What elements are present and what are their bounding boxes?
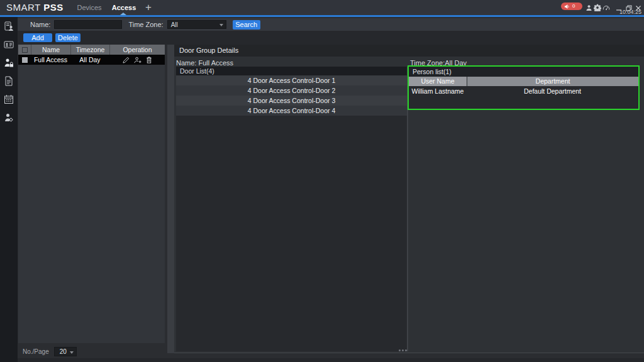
tab-devices[interactable]: Devices — [73, 0, 106, 15]
column-header-timezone: Timezone — [70, 45, 109, 55]
alarm-count: 0 — [572, 3, 575, 10]
door-group-details-panel: Door Group Details Name: Full Access Doo… — [174, 45, 644, 353]
delete-button[interactable]: Delete — [55, 33, 80, 42]
add-button[interactable]: Add — [23, 33, 52, 42]
name-input[interactable] — [54, 20, 122, 29]
list-item[interactable]: 4 Door Access Control-Door 4 — [176, 106, 407, 116]
person-department-cell: Default Department — [467, 86, 638, 97]
id-card-icon — [4, 40, 14, 50]
active-tab-caret — [120, 13, 126, 15]
page-size-label: No./Page — [23, 348, 49, 355]
list-item[interactable]: 4 Door Access Control-Door 3 — [176, 96, 407, 106]
filter-bar: Name: Time Zone: All Search — [18, 18, 644, 31]
alarm-badge[interactable]: 0 — [561, 3, 582, 10]
app-logo: SMART PSS — [6, 0, 64, 15]
sidebar-item-attendance[interactable] — [0, 94, 18, 105]
sidebar-item-user-manage[interactable] — [0, 112, 18, 123]
operation-cell — [109, 55, 165, 65]
group-timezone-cell: All Day — [70, 55, 109, 65]
footer-strip — [18, 358, 644, 362]
speaker-icon — [564, 4, 570, 9]
add-person-icon[interactable] — [134, 57, 142, 63]
person-lock-icon — [4, 58, 14, 68]
calendar-icon — [4, 94, 14, 104]
chevron-down-icon — [70, 351, 74, 354]
door-person-icon — [4, 21, 14, 31]
select-all-checkbox[interactable] — [22, 47, 28, 53]
gauge-icon[interactable] — [602, 4, 610, 11]
column-header-department: Department — [467, 77, 638, 86]
column-header-user-name: User Name — [409, 77, 467, 86]
details-group-name: Name: Full Access — [176, 59, 233, 67]
person-gear-icon — [4, 112, 14, 123]
person-list-title: Person list(1) — [409, 67, 638, 77]
sidebar-item-access[interactable] — [0, 57, 18, 69]
person-list-panel: Person list(1) User Name Department Will… — [408, 65, 640, 110]
group-name-cell: Full Access — [31, 55, 70, 65]
list-item[interactable]: 4 Door Access Control-Door 1 — [176, 75, 407, 85]
accent-line — [0, 15, 644, 17]
page-size-value: 20 — [60, 348, 67, 356]
trash-icon[interactable] — [146, 57, 152, 63]
logo-smart: SMART — [6, 2, 40, 13]
sidebar-item-personnel[interactable] — [0, 39, 18, 50]
chevron-down-icon — [219, 24, 223, 26]
door-list-title: Door List(4) — [176, 67, 407, 75]
timezone-label: Time Zone: — [128, 21, 163, 28]
splitter-handle-dots[interactable] — [399, 349, 401, 351]
pagination: No./Page 20 — [23, 347, 77, 356]
select-all-cell[interactable] — [18, 45, 31, 55]
title-bar: SMART PSS Devices Access + 0 10:04:25 — [0, 0, 644, 15]
user-icon[interactable] — [585, 4, 592, 11]
column-header-operation: Operation — [109, 45, 165, 55]
vertical-splitter[interactable] — [167, 45, 174, 353]
details-title: Door Group Details — [174, 45, 644, 57]
gear-icon[interactable] — [594, 4, 601, 11]
sidebar-item-log[interactable] — [0, 75, 18, 87]
door-list-panel: Door List(4) 4 Door Access Control-Door … — [176, 67, 407, 351]
toolbar: Add Delete — [18, 31, 644, 45]
list-item[interactable]: 4 Door Access Control-Door 2 — [176, 85, 407, 96]
page-size-select[interactable]: 20 — [54, 347, 77, 356]
table-row[interactable]: William Lastname Default Department — [409, 86, 638, 97]
group-table-header: Name Timezone Operation — [18, 45, 165, 55]
column-header-name: Name — [31, 45, 70, 55]
person-user-name-cell: William Lastname — [409, 86, 467, 97]
edit-icon[interactable] — [123, 57, 130, 63]
row-checkbox-cell[interactable] — [18, 55, 31, 65]
sidebar-item-console[interactable] — [0, 21, 18, 32]
search-button[interactable]: Search — [233, 20, 260, 30]
timezone-select[interactable]: All — [167, 20, 226, 29]
new-tab-button[interactable]: + — [143, 0, 154, 15]
person-table-header: User Name Department — [409, 77, 638, 86]
sidebar-nav — [0, 17, 18, 362]
clock-text: 10:04:25 — [619, 9, 641, 15]
logo-pss: PSS — [43, 2, 64, 13]
document-icon — [4, 76, 14, 86]
table-row[interactable]: Full Access All Day — [18, 55, 165, 65]
row-checkbox[interactable] — [22, 57, 28, 63]
name-label: Name: — [30, 21, 50, 28]
timezone-selected-value: All — [171, 21, 178, 29]
door-group-list-panel: Name Timezone Operation Full Access All … — [18, 45, 165, 343]
